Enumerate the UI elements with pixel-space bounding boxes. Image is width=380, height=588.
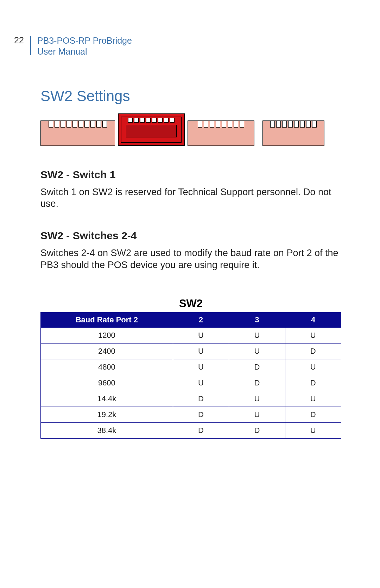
table-cell: 19.2k	[41, 407, 173, 422]
document-title: PB3-POS-RP ProBridge User Manual	[37, 35, 132, 57]
dip-bank-4	[262, 120, 324, 146]
table-header-row: Baud Rate Port 2 2 3 4	[41, 312, 341, 327]
table-cell: 4800	[41, 359, 173, 375]
table-row: 4800UDU	[41, 359, 341, 375]
table-cell: U	[229, 391, 285, 407]
table-cell: D	[173, 422, 229, 438]
table-cell: 2400	[41, 343, 173, 359]
table-cell: 9600	[41, 375, 173, 391]
table-title: SW2	[40, 297, 341, 310]
table-row: 1200UUU	[41, 327, 341, 343]
table-cell: U	[229, 343, 285, 359]
section2-body: Switches 2-4 on SW2 are used to modify t…	[40, 247, 341, 271]
table-cell: U	[173, 343, 229, 359]
section1-body: Switch 1 on SW2 is reserved for Technica…	[40, 186, 341, 210]
header-divider	[30, 36, 31, 55]
table-header-cell: Baud Rate Port 2	[41, 312, 173, 327]
dip-bank-2-highlighted	[118, 113, 185, 146]
table-cell: 38.4k	[41, 422, 173, 438]
table-header-cell: 4	[285, 312, 341, 327]
table-cell: D	[173, 407, 229, 422]
table-cell: D	[285, 375, 341, 391]
doc-title-line1: PB3-POS-RP ProBridge	[37, 36, 132, 45]
table-header-cell: 2	[173, 312, 229, 327]
table-row: 14.4kDUU	[41, 391, 341, 407]
dip-bank-3	[188, 120, 254, 146]
section1-heading: SW2 - Switch 1	[40, 169, 341, 181]
table-cell: D	[285, 407, 341, 422]
table-row: 19.2kDUD	[41, 407, 341, 422]
table-header-cell: 3	[229, 312, 285, 327]
table-cell: U	[285, 391, 341, 407]
page-title: SW2 Settings	[40, 88, 341, 105]
dip-bank-1	[40, 120, 115, 146]
baud-rate-table: Baud Rate Port 2 2 3 4 1200UUU2400UUD480…	[40, 312, 341, 439]
section2-heading: SW2 - Switches 2-4	[40, 230, 341, 242]
doc-title-line2: User Manual	[37, 47, 87, 56]
table-cell: U	[173, 327, 229, 343]
table-cell: 1200	[41, 327, 173, 343]
table-cell: U	[173, 375, 229, 391]
table-row: 9600UDD	[41, 375, 341, 391]
table-cell: U	[173, 359, 229, 375]
table-cell: U	[229, 407, 285, 422]
table-cell: U	[285, 422, 341, 438]
page-header: 22 PB3-POS-RP ProBridge User Manual	[14, 35, 341, 57]
table-cell: D	[229, 375, 285, 391]
table-row: 2400UUD	[41, 343, 341, 359]
dip-switch-diagram	[40, 112, 341, 146]
table-cell: D	[229, 359, 285, 375]
page-number: 22	[14, 35, 24, 45]
table-cell: U	[229, 327, 285, 343]
table-cell: U	[285, 359, 341, 375]
table-cell: 14.4k	[41, 391, 173, 407]
table-cell: D	[229, 422, 285, 438]
table-cell: D	[285, 343, 341, 359]
table-cell: D	[173, 391, 229, 407]
table-cell: U	[285, 327, 341, 343]
table-row: 38.4kDDU	[41, 422, 341, 438]
